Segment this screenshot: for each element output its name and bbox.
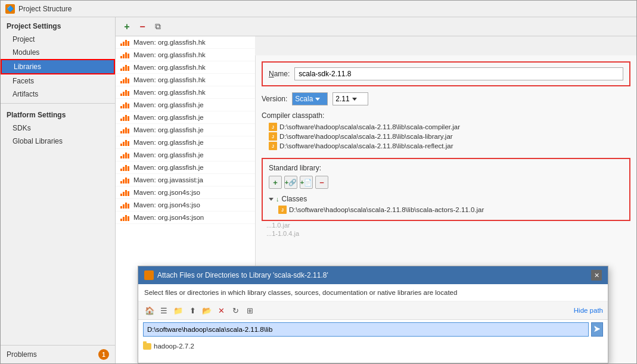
dialog-title-text: Attach Files or Directories to Library '… xyxy=(157,271,328,279)
attach-files-dialog: Attach Files or Directories to Library '… xyxy=(138,266,608,363)
dialog-description: Select files or directories in which lib… xyxy=(138,284,608,301)
dialog-refresh-button[interactable]: ↻ xyxy=(229,304,242,317)
dialog-path-row: ⮞ xyxy=(138,320,608,339)
sidebar: Project Settings Project Modules Librari… xyxy=(1,17,116,363)
sidebar-item-global-libraries[interactable]: Global Libraries xyxy=(1,135,115,148)
sidebar-item-modules[interactable]: Modules xyxy=(1,46,115,59)
dialog-new-folder-button[interactable]: 📁 xyxy=(172,304,185,317)
sidebar-item-sdks[interactable]: SDKs xyxy=(1,122,115,135)
dialog-toolbar: 🏠 ☰ 📁 ⬆ 📂 ✕ ↻ ⊞ Hide path xyxy=(138,301,608,320)
sidebar-item-facets[interactable]: Facets xyxy=(1,74,115,88)
sidebar-divider xyxy=(1,103,115,104)
sidebar-item-libraries[interactable]: Libraries xyxy=(1,59,115,74)
dialog-grid-button[interactable]: ⊞ xyxy=(243,304,256,317)
dialog-home-button[interactable]: 🏠 xyxy=(143,304,156,317)
main-content: Project Settings Project Modules Librari… xyxy=(1,17,636,363)
dialog-title-left: Attach Files or Directories to Library '… xyxy=(144,270,328,280)
window-title: Project Structure xyxy=(18,5,72,13)
folder-icon xyxy=(143,343,151,350)
title-bar: 🔷 Project Structure xyxy=(1,1,636,17)
tree-item-hadoop[interactable]: hadoop-2.7.2 xyxy=(143,341,603,351)
path-navigate-button[interactable]: ⮞ xyxy=(591,322,603,337)
app-window: 🔷 Project Structure Project Settings Pro… xyxy=(0,0,637,364)
dialog-list-button[interactable]: ☰ xyxy=(157,304,170,317)
path-arrow-icon: ⮞ xyxy=(594,325,601,334)
path-input[interactable] xyxy=(143,322,589,337)
problems-label: Problems xyxy=(7,350,98,359)
sidebar-item-artifacts[interactable]: Artifacts xyxy=(1,88,115,101)
dialog-close-button[interactable]: ✕ xyxy=(591,270,602,281)
dialog-overlay: Attach Files or Directories to Library '… xyxy=(116,17,636,363)
dialog-title-bar: Attach Files or Directories to Library '… xyxy=(138,266,608,284)
right-panel: + − ⧉ Maven: org.glassfish.hk xyxy=(116,17,636,363)
problems-badge: 1 xyxy=(98,349,109,360)
project-settings-heading: Project Settings xyxy=(1,17,115,33)
dialog-up-button[interactable]: ⬆ xyxy=(186,304,199,317)
app-icon: 🔷 xyxy=(5,4,15,14)
sidebar-item-project[interactable]: Project xyxy=(1,33,115,46)
dialog-tree: hadoop-2.7.2 xyxy=(138,339,608,363)
hide-path-button[interactable]: Hide path xyxy=(574,307,603,314)
dialog-delete-button[interactable]: ✕ xyxy=(215,304,228,317)
platform-settings-heading: Platform Settings xyxy=(1,106,115,122)
problems-bar[interactable]: Problems 1 xyxy=(1,345,115,363)
dialog-expand-button[interactable]: 📂 xyxy=(200,304,213,317)
dialog-app-icon xyxy=(144,270,154,280)
